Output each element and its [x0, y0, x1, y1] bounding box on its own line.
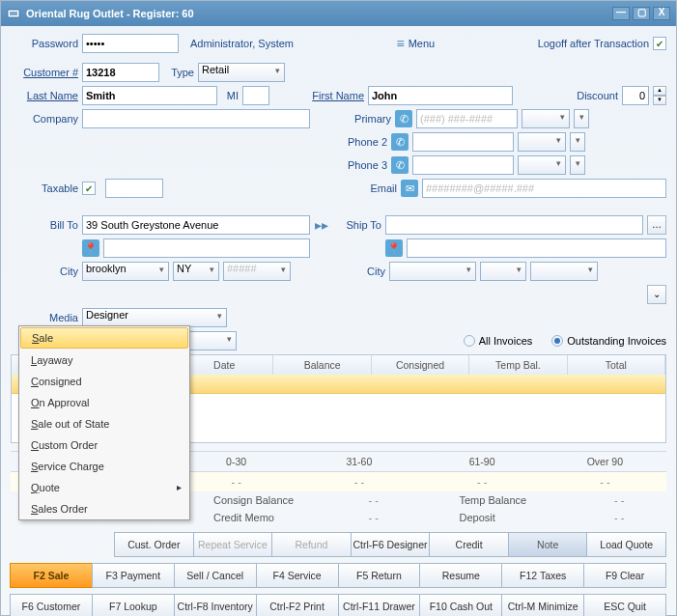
bill-city-label: City	[11, 266, 78, 277]
credit-button[interactable]: Credit	[429, 532, 509, 557]
taxable-input[interactable]	[105, 179, 163, 198]
sale-type-dropdown: Sale Layaway Consigned On Approval Sale …	[18, 325, 190, 520]
cust-order-button[interactable]: Cust. Order	[114, 532, 194, 557]
ship-state-select[interactable]	[480, 262, 526, 281]
all-invoices-label: All Invoices	[479, 335, 533, 347]
lastname-label[interactable]: Last Name	[11, 90, 78, 101]
discount-input[interactable]: 0	[622, 86, 649, 105]
outstanding-invoices-radio[interactable]	[551, 335, 563, 347]
phone2-ext-select[interactable]	[518, 132, 566, 152]
f6-customer-button[interactable]: F6 Customer	[10, 594, 93, 616]
dropdown-item-salesorder[interactable]: Sales Order	[19, 498, 189, 519]
primary-type-select[interactable]	[574, 109, 589, 128]
phone3-ext-select[interactable]	[518, 155, 566, 175]
note-button[interactable]: Note	[508, 532, 588, 557]
refund-button[interactable]: Refund	[271, 532, 352, 557]
button-bar-1: Cust. Order Repeat Service Refund Ctrl-F…	[11, 532, 666, 557]
dropdown-item-custom[interactable]: Custom Order	[19, 434, 189, 456]
firstname-label[interactable]: First Name	[306, 90, 364, 101]
esc-quit-button[interactable]: ESC Quit	[583, 594, 666, 616]
media-label: Media	[11, 312, 78, 323]
phone3-input[interactable]	[412, 155, 514, 175]
col-date: Date	[176, 355, 273, 375]
sell-cancel-button[interactable]: Sell / Cancel	[174, 563, 257, 588]
resume-button[interactable]: Resume	[419, 563, 502, 588]
password-label: Password	[11, 38, 78, 49]
bill-zip-select[interactable]: #####	[223, 262, 291, 281]
dropdown-item-sale[interactable]: Sale	[20, 327, 188, 349]
f9-clear-button[interactable]: F9 Clear	[583, 563, 666, 588]
bill-city-select[interactable]: brooklyn	[82, 262, 169, 281]
repeat-service-button[interactable]: Repeat Service	[193, 532, 273, 557]
load-quote-button[interactable]: Load Quote	[586, 532, 666, 557]
dropdown-item-quote[interactable]: Quote	[19, 477, 189, 498]
admin-label: Administrator, System	[190, 38, 294, 49]
app-icon	[7, 7, 20, 20]
ctrl-f11-drawer-button[interactable]: Ctrl-F11 Drawer	[338, 594, 421, 616]
f10-cashout-button[interactable]: F10 Cash Out	[419, 594, 502, 616]
f2-sale-button[interactable]: F2 Sale	[10, 563, 93, 588]
media-select[interactable]: Designer	[82, 308, 227, 327]
ctrl-f8-inventory-button[interactable]: Ctrl-F8 Inventory	[174, 594, 257, 616]
f4-service-button[interactable]: F4 Service	[256, 563, 339, 588]
dropdown-item-layaway[interactable]: Layaway	[19, 350, 189, 371]
mi-label: MI	[221, 90, 239, 101]
maximize-button[interactable]: ▢	[633, 7, 650, 20]
register-window: Oriental Rug Outlet - Register: 60 — ▢ X…	[0, 0, 677, 616]
expand-button[interactable]: ⌄	[647, 285, 666, 304]
email-label: Email	[339, 182, 397, 194]
mi-input[interactable]	[242, 86, 269, 105]
ctrl-m-minimize-button[interactable]: Ctrl-M Minimize	[501, 594, 584, 616]
phone2-input[interactable]	[412, 132, 514, 152]
col-total: Total	[568, 355, 665, 375]
lastname-input[interactable]: Smith	[82, 86, 217, 105]
phone2-label: Phone 2	[329, 136, 387, 148]
col-consigned: Consigned	[372, 355, 469, 375]
type-select[interactable]: Retail	[198, 63, 285, 82]
password-input[interactable]: •••••	[82, 34, 179, 53]
email-input[interactable]: ########@#####.###	[422, 179, 666, 198]
pin-icon: 📍	[385, 239, 403, 257]
copy-address-icon[interactable]: ▸▸	[314, 217, 329, 233]
shipto-addr2-input[interactable]	[407, 238, 666, 258]
primary-ext-select[interactable]	[522, 109, 570, 128]
dropdown-item-consigned[interactable]: Consigned	[19, 371, 189, 392]
discount-stepper[interactable]: ▲▼	[653, 86, 666, 105]
bill-state-select[interactable]: NY	[173, 262, 219, 281]
company-input[interactable]	[82, 109, 310, 128]
ctrl-f2-print-button[interactable]: Ctrl-F2 Print	[256, 594, 339, 616]
firstname-input[interactable]: John	[368, 86, 513, 105]
button-bar-3: F6 Customer F7 Lookup Ctrl-F8 Inventory …	[11, 594, 666, 616]
customer-number-input[interactable]: 13218	[82, 63, 159, 82]
logoff-label: Logoff after Transaction	[538, 38, 649, 49]
logoff-checkbox[interactable]: ✔	[653, 37, 666, 50]
menu-button[interactable]: ≡Menu	[396, 36, 435, 51]
ship-city-select[interactable]	[389, 262, 476, 281]
billto-label: Bill To	[11, 219, 78, 231]
billto-addr2-input[interactable]	[103, 238, 310, 258]
phone3-type-select[interactable]	[570, 155, 585, 175]
taxable-checkbox[interactable]: ✔	[82, 182, 96, 195]
billto-input[interactable]: 39 South Greystone Avenue	[82, 215, 310, 235]
f12-taxes-button[interactable]: F12 Taxes	[501, 563, 584, 588]
close-button[interactable]: X	[653, 7, 670, 20]
f7-lookup-button[interactable]: F7 Lookup	[92, 594, 175, 616]
customer-number-label[interactable]: Customer #	[11, 67, 78, 78]
primary-phone-input[interactable]: (###) ###-####	[416, 109, 518, 128]
minimize-button[interactable]: —	[612, 7, 630, 20]
mail-icon: ✉	[401, 180, 418, 197]
phone-icon: ✆	[391, 133, 409, 151]
shipto-lookup-button[interactable]: …	[647, 215, 666, 235]
dropdown-item-outofstate[interactable]: Sale out of State	[19, 413, 189, 434]
phone2-type-select[interactable]	[570, 132, 585, 152]
f5-return-button[interactable]: F5 Return	[338, 563, 421, 588]
all-invoices-radio[interactable]	[464, 335, 475, 347]
dropdown-item-service[interactable]: Service Charge	[19, 456, 189, 477]
col-tempbal: Temp Bal.	[469, 355, 567, 375]
ship-zip-select[interactable]	[530, 262, 598, 281]
shipto-input[interactable]	[385, 215, 643, 235]
phone-icon: ✆	[391, 156, 409, 174]
f3-payment-button[interactable]: F3 Payment	[92, 563, 175, 588]
designer-button[interactable]: Ctrl-F6 Designer	[351, 532, 431, 557]
dropdown-item-approval[interactable]: On Approval	[19, 392, 189, 413]
